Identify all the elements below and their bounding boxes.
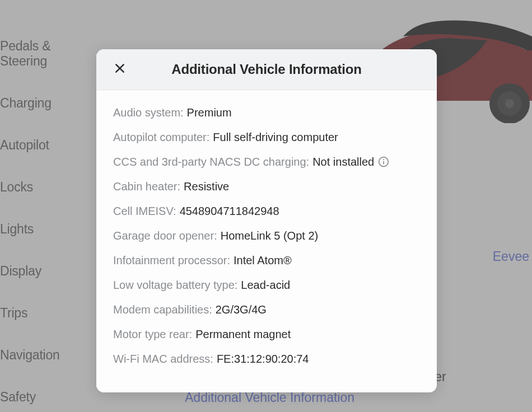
svg-point-4 — [383, 159, 384, 160]
spec-value: 4548904711842948 — [180, 203, 279, 219]
spec-row: Audio system:Premium — [113, 105, 420, 120]
spec-value: Intel Atom® — [234, 252, 292, 268]
spec-value: Full self-driving computer — [213, 129, 338, 145]
spec-label: CCS and 3rd-party NACS DC charging: — [113, 154, 309, 170]
spec-row: CCS and 3rd-party NACS DC charging:Not i… — [113, 154, 420, 170]
modal-title: Additional Vehicle Information — [112, 62, 421, 77]
spec-row: Motor type rear:Permanent magnet — [113, 326, 420, 342]
spec-label: Low voltage battery type: — [113, 277, 237, 293]
spec-row: Cell IMEISV:4548904711842948 — [113, 203, 420, 219]
spec-row: Low voltage battery type:Lead-acid — [113, 277, 420, 293]
spec-label: Autopilot computer: — [113, 129, 209, 145]
spec-row: Cabin heater:Resistive — [113, 179, 420, 194]
modal-body: Audio system:PremiumAutopilot computer:F… — [96, 90, 437, 392]
spec-value: Premium — [187, 105, 232, 120]
modal-header: Additional Vehicle Information — [96, 49, 437, 90]
spec-label: Garage door opener: — [113, 228, 217, 244]
spec-row: Infotainment processor:Intel Atom® — [113, 252, 420, 268]
spec-row: Autopilot computer:Full self-driving com… — [113, 129, 420, 145]
spec-label: Infotainment processor: — [113, 252, 230, 268]
spec-value: FE:31:12:90:20:74 — [217, 351, 309, 367]
info-icon[interactable] — [377, 156, 390, 168]
spec-label: Audio system: — [113, 105, 184, 120]
spec-label: Wi-Fi MAC address: — [113, 351, 213, 367]
spec-value: HomeLink 5 (Opt 2) — [221, 228, 319, 244]
spec-row: Modem capabilities:2G/3G/4G — [113, 302, 420, 317]
spec-label: Cabin heater: — [113, 179, 180, 194]
spec-value: Lead-acid — [241, 277, 290, 293]
spec-value: Resistive — [184, 179, 229, 194]
spec-label: Modem capabilities: — [113, 302, 212, 317]
svg-rect-5 — [383, 161, 384, 165]
spec-label: Cell IMEISV: — [113, 203, 176, 219]
spec-value: Permanent magnet — [195, 326, 291, 342]
spec-value: 2G/3G/4G — [216, 302, 267, 317]
spec-row: Wi-Fi MAC address:FE:31:12:90:20:74 — [113, 351, 420, 367]
spec-row: Garage door opener:HomeLink 5 (Opt 2) — [113, 228, 420, 244]
spec-label: Motor type rear: — [113, 326, 192, 342]
additional-vehicle-info-modal: Additional Vehicle Information Audio sys… — [96, 49, 437, 392]
spec-value: Not installed — [312, 154, 374, 170]
